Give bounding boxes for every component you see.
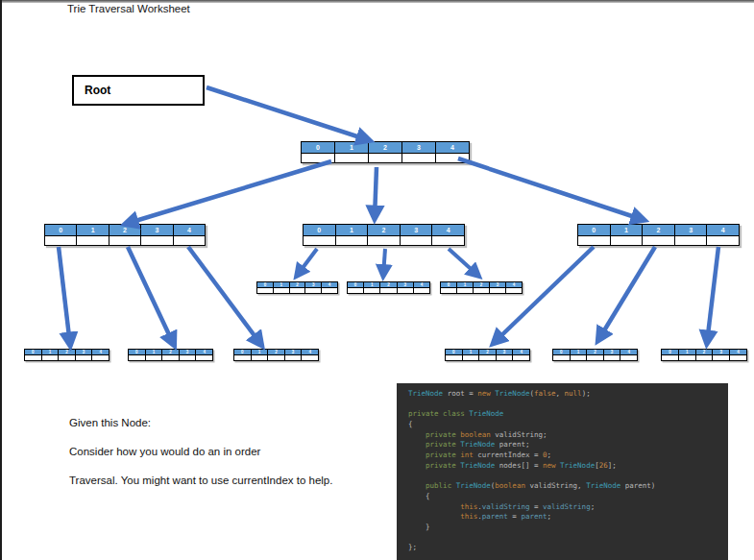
trie-cell-header: 3 [180, 350, 197, 354]
note-line-1: Given this Node: [69, 417, 151, 428]
trie-node-left-child-2: 01234 [233, 349, 319, 361]
trie-cell-header: 2 [380, 282, 397, 287]
trie-cell-header: 4 [322, 282, 337, 287]
trie-cell-empty [675, 236, 708, 245]
code-line: { [408, 492, 728, 502]
trie-cell-header: 2 [368, 225, 401, 235]
trie-cell-header: 4 [436, 142, 469, 153]
trie-cell-header: 3 [675, 225, 708, 235]
trie-cell-empty [196, 355, 212, 360]
trie-cell-empty [587, 355, 604, 360]
trie-cell-empty [604, 355, 621, 360]
trie-node-middle: 01234 [303, 224, 465, 246]
trie-cell-header: 0 [257, 282, 274, 287]
trie-cell-empty [180, 355, 197, 360]
trie-cell-header: 1 [611, 225, 644, 235]
code-line: private TrieNode nodes[] = new TrieNode[… [408, 461, 728, 472]
trie-cell-empty [129, 355, 146, 360]
trie-cell-header: 1 [571, 350, 588, 354]
trie-node-mid-child-1: 01234 [347, 281, 430, 294]
trie-cell-empty [274, 288, 290, 293]
trie-cell-empty [304, 236, 336, 245]
trie-cell-header: 1 [364, 282, 380, 287]
trie-cell-header: 4 [302, 350, 318, 354]
code-line: private TrieNode parent; [408, 440, 728, 450]
trie-cell-header: 1 [77, 225, 109, 235]
trie-cell-empty [92, 355, 109, 360]
code-line [408, 533, 728, 544]
root-node-box: Root [72, 75, 205, 106]
trie-cell-header: 4 [174, 225, 205, 235]
trie-cell-header: 2 [369, 142, 402, 153]
trie-cell-header: 1 [335, 142, 369, 153]
trie-cell-empty [348, 288, 364, 293]
trie-cell-empty [643, 236, 675, 245]
code-line [408, 472, 728, 482]
code-line: } [408, 523, 728, 533]
arrow [598, 247, 655, 340]
trie-cell-empty [305, 288, 322, 293]
trie-cell-header: 4 [196, 350, 212, 354]
trie-cell-empty [336, 236, 369, 245]
trie-cell-header: 3 [497, 350, 514, 354]
trie-cell-empty [257, 288, 274, 293]
trie-cell-header: 3 [285, 350, 303, 354]
note-line-3: Traversal. You might want to use current… [69, 475, 332, 486]
code-line [408, 400, 728, 410]
trie-cell-empty [707, 236, 739, 245]
trie-cell-empty [369, 154, 402, 162]
trie-node-left-child-1: 01234 [128, 349, 213, 361]
code-line: public TrieNode(boolean validString, Tri… [408, 481, 728, 492]
trie-cell-empty [553, 355, 571, 360]
trie-cell-empty [611, 236, 644, 245]
root-node-label: Root [74, 84, 110, 97]
trie-cell-empty [402, 154, 436, 162]
arrow [707, 247, 718, 343]
trie-cell-empty [441, 288, 457, 293]
trie-cell-header: 0 [25, 350, 42, 354]
trie-cell-empty [364, 288, 380, 293]
trie-cell-empty [463, 355, 480, 360]
trie-cell-empty [679, 355, 696, 360]
arrow [207, 87, 369, 140]
trie-cell-header: 1 [457, 282, 474, 287]
trie-cell-header: 3 [398, 282, 414, 287]
trie-cell-header: 0 [348, 282, 364, 287]
trie-cell-empty [335, 154, 369, 162]
trie-cell-header: 0 [662, 350, 679, 354]
code-line: { [408, 420, 728, 430]
trie-cell-header: 1 [146, 350, 163, 354]
code-line: private class TrieNode [408, 409, 728, 420]
trie-cell-empty [620, 355, 637, 360]
trie-cell-empty [457, 288, 474, 293]
note-line-2: Consider how you would do an in order [69, 446, 260, 457]
trie-cell-header: 3 [604, 350, 621, 354]
trie-cell-header: 2 [587, 350, 604, 354]
arrow [383, 249, 385, 276]
trie-cell-empty [380, 288, 397, 293]
trie-cell-header: 3 [490, 282, 506, 287]
trie-cell-header: 0 [553, 350, 571, 354]
trie-cell-empty [234, 355, 252, 360]
trie-cell-header: 2 [290, 282, 306, 287]
trie-cell-empty [290, 288, 306, 293]
trie-node-right-child-0: 01234 [445, 349, 530, 361]
arrow [458, 158, 644, 220]
code-line: private int currentIndex = 0; [408, 450, 728, 461]
arrow [494, 247, 594, 343]
code-line: private boolean validString; [408, 430, 728, 441]
trie-cell-header: 2 [696, 350, 714, 354]
trie-cell-header: 2 [474, 282, 490, 287]
trie-cell-header: 3 [305, 282, 322, 287]
trie-cell-header: 4 [620, 350, 637, 354]
trie-node-mid-child-0: 01234 [256, 281, 338, 294]
trie-cell-empty [730, 355, 746, 360]
arrow [128, 247, 174, 345]
trie-cell-empty [436, 154, 469, 162]
trie-cell-header: 4 [92, 350, 109, 354]
trie-cell-header: 4 [432, 225, 464, 235]
trie-cell-header: 0 [234, 350, 252, 354]
worksheet-page: Trie Traversal Worksheet Root Given this… [0, 0, 754, 560]
arrow [126, 161, 331, 224]
trie-cell-header: 0 [129, 350, 146, 354]
